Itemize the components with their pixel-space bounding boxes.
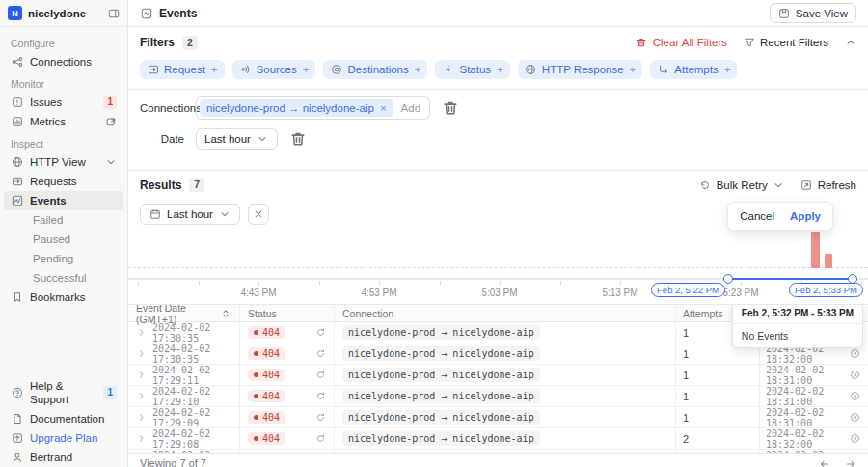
filter-pill-destinations[interactable]: Destinations+ <box>323 60 427 79</box>
add-connection-button[interactable]: Add <box>401 102 426 114</box>
sidebar-item-bookmarks[interactable]: Bookmarks <box>4 288 123 307</box>
save-view-button[interactable]: Save View <box>770 3 856 23</box>
filter-pill-label: Attempts <box>674 64 718 75</box>
status-badge: 404 <box>248 347 285 360</box>
date-select[interactable]: Last hour <box>196 128 278 150</box>
connection-value[interactable]: nicelydone-prod → nicelydone-aip <box>342 431 540 446</box>
close-icon <box>252 208 264 221</box>
sidebar-item-help-support[interactable]: Help & Support1 <box>4 376 123 409</box>
sidebar-item-requests[interactable]: Requests <box>4 172 123 191</box>
filter-pill-sources[interactable]: Sources+ <box>232 60 316 79</box>
cancel-button[interactable]: Cancel <box>740 210 774 222</box>
refresh-button[interactable]: Refresh <box>800 179 856 191</box>
table-row[interactable]: 2024-02-02 17:29:08404nicelydone-prod → … <box>128 428 868 450</box>
time-slider-selection[interactable] <box>728 278 853 280</box>
recent-filters-button[interactable]: Recent Filters <box>743 37 828 49</box>
connections-input[interactable]: nicelydone-prod → nicelydone-aip × Add <box>196 96 430 120</box>
expand-chevron-right-icon[interactable] <box>136 327 147 338</box>
table-row[interactable]: 2024-02-02 17:29:11404nicelydone-prod → … <box>128 365 868 386</box>
sidebar-item-upgrade-plan[interactable]: Upgrade Plan <box>4 428 123 448</box>
expand-chevron-right-icon[interactable] <box>136 391 147 401</box>
expand-chevron-right-icon[interactable] <box>136 412 147 423</box>
cancel-circle-icon[interactable] <box>850 391 860 401</box>
event-date-value: 2024-02-02 17:29:09 <box>152 407 231 428</box>
retry-icon[interactable] <box>315 370 326 380</box>
sidebar-item-successful[interactable]: Successful <box>4 268 123 288</box>
cancel-circle-icon[interactable] <box>850 348 860 359</box>
prev-page-arrow-icon[interactable] <box>818 457 830 467</box>
slider-handle-start[interactable] <box>723 274 733 284</box>
sidebar-item-bertrand[interactable]: Bertrand <box>4 448 123 467</box>
cancel-circle-icon[interactable] <box>850 433 860 444</box>
header-status[interactable]: Status <box>239 305 334 321</box>
sidebar-toggle-icon[interactable] <box>107 7 120 19</box>
cancel-circle-icon[interactable] <box>850 412 860 423</box>
sidebar-item-failed[interactable]: Failed <box>4 210 123 230</box>
plus-icon[interactable]: + <box>724 64 731 75</box>
plus-icon[interactable]: + <box>630 64 637 75</box>
filter-pill-http-response[interactable]: HTTP Response+ <box>518 60 643 79</box>
clear-all-filters-button[interactable]: Clear All Filters <box>636 37 727 49</box>
sidebar-item-http-view[interactable]: HTTP View <box>4 152 123 172</box>
connection-filter-chip[interactable]: nicelydone-prod → nicelydone-aip × <box>200 99 393 117</box>
retry-icon[interactable] <box>315 348 326 359</box>
collapse-filters-chevron-up-icon[interactable] <box>844 37 856 49</box>
expand-chevron-right-icon[interactable] <box>136 370 147 380</box>
filter-pill-status[interactable]: Status+ <box>435 60 509 79</box>
cancel-circle-icon[interactable] <box>850 370 860 380</box>
expand-chevron-right-icon[interactable] <box>136 433 147 444</box>
next-page-arrow-icon[interactable] <box>844 457 856 467</box>
sidebar-item-metrics[interactable]: Metrics <box>4 112 123 131</box>
quick-date-pill[interactable]: Last hour <box>140 204 240 225</box>
header-event-date[interactable]: Event Date (GMT+1) <box>128 305 239 321</box>
header-connection[interactable]: Connection <box>334 305 675 321</box>
connection-value[interactable]: nicelydone-prod → nicelydone-aip <box>342 346 540 361</box>
cell-next-attempt: 2024-02-02 18:32:00 <box>759 450 868 453</box>
retry-icon[interactable] <box>315 391 326 401</box>
plus-icon[interactable]: + <box>211 64 218 75</box>
histogram-bar[interactable] <box>811 232 820 268</box>
remove-date-filter-button[interactable] <box>248 204 269 225</box>
retry-icon[interactable] <box>315 412 326 423</box>
table-row[interactable]: 2024-02-02 17:29:09404nicelydone-prod → … <box>128 407 868 428</box>
clear-connections-trash-icon[interactable] <box>442 99 459 117</box>
bulk-retry-button[interactable]: Bulk Retry <box>699 179 785 191</box>
sidebar-item-issues[interactable]: Issues1 <box>4 93 123 112</box>
plus-icon[interactable]: + <box>415 64 421 75</box>
histogram-bar[interactable] <box>825 254 832 268</box>
tooltip-range: Feb 2, 5:32 PM - 5:33 PM <box>733 304 862 324</box>
event-date-value: 2024-02-02 17:30:35 <box>152 343 231 365</box>
cell-status: 404 <box>239 407 334 427</box>
connection-value[interactable]: nicelydone-prod → nicelydone-aip <box>342 389 540 403</box>
range-start-pill[interactable]: Feb 2, 5:22 PM <box>651 283 725 297</box>
results-count-badge: 7 <box>189 178 204 192</box>
plus-icon[interactable]: + <box>303 64 310 75</box>
plus-icon[interactable]: + <box>497 64 503 75</box>
connection-value[interactable]: nicelydone-prod → nicelydone-aip <box>342 368 540 382</box>
connections-filter-row: Connections nicelydone-prod → nicelydone… <box>140 96 856 120</box>
connection-value[interactable]: nicelydone-prod → nicelydone-aip <box>342 453 540 453</box>
connection-value[interactable]: nicelydone-prod → nicelydone-aip <box>342 325 540 340</box>
table-row[interactable]: 2024-02-02 17:29:08404nicelydone-prod → … <box>128 450 868 453</box>
range-end-pill[interactable]: Feb 2, 5:33 PM <box>789 283 863 297</box>
table-row[interactable]: 2024-02-02 17:29:10404nicelydone-prod → … <box>128 386 868 407</box>
event-date-value: 2024-02-02 17:29:08 <box>152 428 231 450</box>
expand-chevron-right-icon[interactable] <box>136 348 147 359</box>
sidebar-item-events[interactable]: Events <box>4 191 123 210</box>
sidebar-item-paused[interactable]: Paused <box>4 230 123 249</box>
retry-icon[interactable] <box>315 433 326 444</box>
connection-value[interactable]: nicelydone-prod → nicelydone-aip <box>342 410 540 425</box>
clear-date-trash-icon[interactable] <box>289 130 307 148</box>
sidebar-item-connections[interactable]: Connections <box>4 52 123 71</box>
sort-icon[interactable] <box>219 307 231 319</box>
remove-connection-icon[interactable]: × <box>380 102 387 114</box>
sidebar-item-label: Paused <box>33 233 70 246</box>
filter-pill-attempts[interactable]: Attempts+ <box>650 60 737 79</box>
filter-pill-request[interactable]: Request+ <box>140 60 225 79</box>
retry-icon[interactable] <box>315 327 326 338</box>
sidebar-item-documentation[interactable]: Documentation <box>4 409 123 428</box>
status-badge: 404 <box>248 432 285 445</box>
cell-attempts: 1 <box>675 386 759 406</box>
apply-button[interactable]: Apply <box>790 210 821 222</box>
sidebar-item-pending[interactable]: Pending <box>4 249 123 268</box>
